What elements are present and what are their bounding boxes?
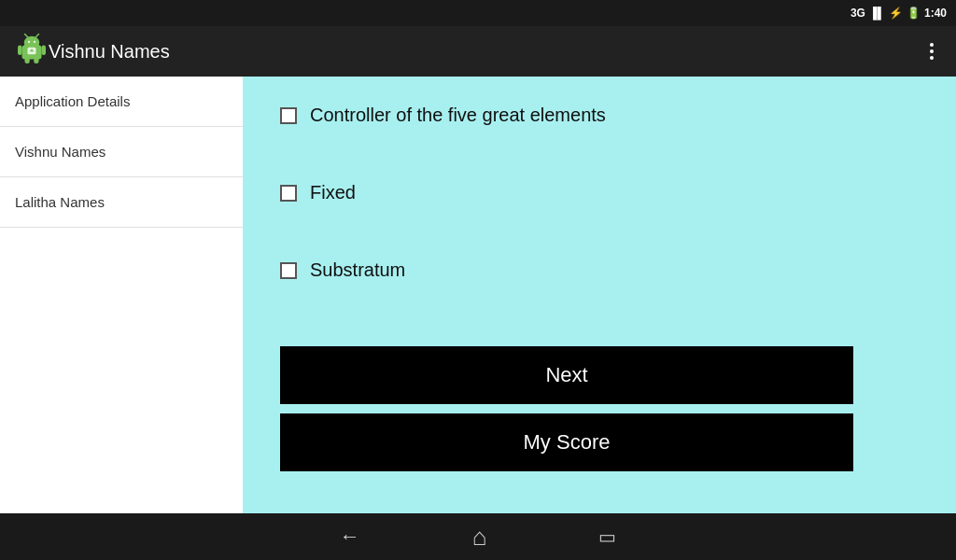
network-indicator: 3G	[851, 7, 865, 20]
sidebar: Application Details Vishnu Names Lalitha…	[0, 77, 243, 513]
menu-dot-3	[930, 56, 934, 60]
wifi-icon: ⚡	[889, 7, 903, 20]
signal-icon: ▐▌	[869, 7, 885, 20]
option-3-text: Substratum	[310, 259, 405, 281]
content-area: Controller of the five great elements Fi…	[243, 77, 956, 513]
sidebar-label-application-details: Application Details	[15, 93, 130, 109]
app-bar: Vishnu Names	[0, 26, 956, 77]
bottom-nav: ← ⌂ ▭	[0, 513, 956, 560]
back-button[interactable]: ←	[340, 525, 360, 549]
option-3: Substratum	[280, 259, 919, 281]
svg-point-5	[34, 41, 35, 43]
svg-rect-9	[42, 46, 47, 56]
sidebar-item-application-details[interactable]: Application Details	[0, 77, 243, 127]
more-options-button[interactable]	[922, 39, 941, 63]
svg-rect-10	[25, 58, 30, 63]
my-score-button[interactable]: My Score	[280, 413, 853, 471]
menu-dot-1	[930, 43, 934, 47]
app-title: Vishnu Names	[49, 41, 922, 63]
svg-line-7	[36, 35, 39, 37]
option-1: Controller of the five great elements	[280, 105, 919, 126]
button-row: Next My Score	[280, 346, 919, 471]
svg-line-6	[25, 35, 28, 37]
sidebar-label-lalitha-names: Lalitha Names	[15, 194, 105, 210]
svg-point-3	[24, 36, 40, 49]
svg-point-4	[28, 41, 30, 43]
option-2-text: Fixed	[310, 182, 356, 203]
main-content: Application Details Vishnu Names Lalitha…	[0, 77, 956, 513]
checkbox-1[interactable]	[280, 107, 297, 124]
status-bar: 3G ▐▌ ⚡ 🔋 1:40	[0, 0, 956, 26]
sidebar-label-vishnu-names: Vishnu Names	[15, 144, 105, 160]
recents-button[interactable]: ▭	[598, 525, 616, 548]
sidebar-item-vishnu-names[interactable]: Vishnu Names	[0, 127, 243, 177]
svg-rect-11	[34, 58, 38, 63]
time-display: 1:40	[924, 7, 947, 20]
option-2: Fixed	[280, 182, 919, 203]
option-1-text: Controller of the five great elements	[310, 105, 606, 126]
home-button[interactable]: ⌂	[472, 523, 487, 552]
menu-dot-2	[930, 49, 934, 53]
checkbox-3[interactable]	[280, 262, 297, 279]
status-icons: 3G ▐▌ ⚡ 🔋 1:40	[851, 7, 947, 20]
checkbox-2[interactable]	[280, 185, 297, 202]
battery-icon: 🔋	[907, 7, 921, 20]
next-button[interactable]: Next	[280, 346, 853, 404]
sidebar-item-lalitha-names[interactable]: Lalitha Names	[0, 177, 243, 228]
svg-rect-8	[18, 46, 22, 56]
app-logo	[15, 33, 49, 70]
